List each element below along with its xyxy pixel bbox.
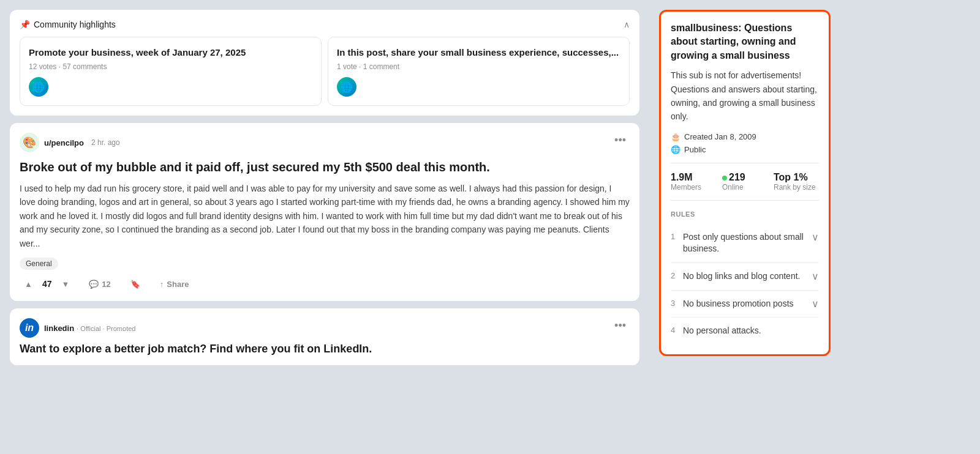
highlight-card-2[interactable]: In this post, share your small business …	[328, 37, 630, 106]
rules-section: RULES 1 Post only questions about small …	[671, 210, 819, 344]
author-name[interactable]: u/pencilpo	[44, 138, 84, 147]
highlight-card-1[interactable]: Promote your business, week of January 2…	[20, 37, 322, 106]
rule-2-chevron-icon: ∨	[812, 270, 819, 282]
share-icon: ↑	[160, 280, 164, 289]
stat-members-label: Members	[671, 183, 716, 192]
stat-members-value: 1.9M	[671, 172, 716, 183]
sidebar-sub-title: smallbusiness: Questions about starting,…	[671, 21, 819, 62]
promoted-post-card: in linkedin · Official · Promoted ••• Wa…	[10, 308, 639, 365]
downvote-icon: ▼	[61, 280, 69, 289]
rule-4-text: No personal attacks.	[683, 325, 819, 337]
rule-1-text: Post only questions about small business…	[683, 231, 807, 255]
sidebar-stats: 1.9M Members 219 Online Top 1% Rank by s…	[671, 163, 819, 201]
comment-button[interactable]: 💬 12	[84, 277, 115, 291]
post-time: 2 hr. ago	[91, 138, 120, 147]
highlights-title: 📌 Community highlights	[20, 20, 116, 29]
rule-1-number: 1	[671, 232, 683, 241]
promoted-title: Want to explore a better job match? Find…	[20, 343, 630, 355]
promoted-author: in linkedin · Official · Promoted	[20, 318, 135, 338]
save-button[interactable]: 🔖	[126, 277, 145, 291]
stat-online-label: Online	[722, 183, 767, 192]
sidebar-meta: 🎂 Created Jan 8, 2009 🌐 Public	[671, 132, 819, 154]
highlight-card-2-title: In this post, share your small business …	[337, 46, 620, 59]
post-author-info: 🎨 u/pencilpo 2 hr. ago	[20, 133, 120, 152]
rule-1-chevron-icon: ∨	[812, 231, 819, 243]
highlight-card-2-avatar: 🌐	[337, 77, 356, 97]
stat-online: 219 Online	[722, 172, 767, 192]
rule-3-number: 3	[671, 299, 683, 308]
stat-rank-value: Top 1%	[774, 172, 819, 183]
save-icon: 🔖	[130, 280, 140, 289]
rule-3-text: No business promotion posts	[683, 298, 807, 310]
post-flair[interactable]: General	[20, 258, 58, 270]
stat-rank: Top 1% Rank by size	[774, 172, 819, 192]
highlight-card-1-avatar: 🌐	[29, 77, 48, 97]
promoted-name: linkedin	[44, 324, 74, 333]
rule-item-3[interactable]: 3 No business promotion posts ∨	[671, 291, 819, 318]
rule-item-2[interactable]: 2 No blog links and blog content. ∨	[671, 263, 819, 291]
highlight-card-1-title: Promote your business, week of January 2…	[29, 46, 312, 59]
online-dot-icon	[722, 176, 727, 180]
vote-count: 47	[42, 279, 52, 289]
linkedin-logo: in	[20, 318, 39, 338]
post-more-button[interactable]: •••	[611, 133, 630, 148]
share-button[interactable]: ↑ Share	[155, 277, 194, 291]
comment-icon: 💬	[89, 280, 99, 289]
promoted-badge-text: Official · Promoted	[80, 325, 135, 332]
upvote-icon: ▲	[24, 280, 32, 289]
sidebar-widget: smallbusiness: Questions about starting,…	[659, 10, 831, 356]
rule-item-1[interactable]: 1 Post only questions about small busine…	[671, 224, 819, 263]
cake-icon: 🎂	[671, 132, 680, 141]
main-post-card: 🎨 u/pencilpo 2 hr. ago ••• Broke out of …	[10, 123, 639, 301]
stat-online-value: 219	[722, 172, 767, 183]
downvote-button[interactable]: ▼	[56, 277, 74, 291]
rule-2-text: No blog links and blog content.	[683, 270, 807, 283]
highlights-grid: Promote your business, week of January 2…	[20, 37, 630, 106]
pin-icon: 📌	[20, 20, 30, 29]
rule-2-number: 2	[671, 271, 683, 280]
collapse-highlights-icon[interactable]: ∧	[624, 20, 630, 29]
stat-rank-label: Rank by size	[774, 183, 819, 192]
avatar: 🎨	[20, 133, 39, 152]
stat-members: 1.9M Members	[671, 172, 716, 192]
highlights-header: 📌 Community highlights ∧	[20, 20, 630, 29]
promoted-header: in linkedin · Official · Promoted •••	[20, 318, 630, 338]
post-body: I used to help my dad run his grocery st…	[20, 182, 630, 250]
rule-3-chevron-icon: ∨	[812, 298, 819, 310]
globe-icon: 🌐	[671, 145, 680, 154]
highlight-card-2-meta: 1 vote · 1 comment	[337, 62, 620, 71]
highlights-title-text: Community highlights	[34, 20, 116, 29]
rule-item-4[interactable]: 4 No personal attacks.	[671, 318, 819, 344]
promoted-more-button[interactable]: •••	[611, 318, 630, 333]
upvote-button[interactable]: ▲	[20, 277, 37, 291]
rules-label: RULES	[671, 210, 819, 218]
sidebar-meta-public: 🌐 Public	[671, 145, 819, 154]
vote-group: ▲ 47 ▼	[20, 277, 74, 291]
post-actions: ▲ 47 ▼ 💬 12 🔖 ↑ Share	[20, 277, 630, 291]
community-highlights-section: 📌 Community highlights ∧ Promote your bu…	[10, 10, 639, 116]
sidebar-meta-created: 🎂 Created Jan 8, 2009	[671, 132, 819, 141]
sidebar: smallbusiness: Questions about starting,…	[649, 0, 840, 454]
rule-4-number: 4	[671, 326, 683, 335]
post-title: Broke out of my bubble and it paid off, …	[20, 158, 630, 176]
sidebar-description: This sub is not for advertisements! Ques…	[671, 69, 819, 124]
post-header: 🎨 u/pencilpo 2 hr. ago •••	[20, 133, 630, 152]
highlight-card-1-meta: 12 votes · 57 comments	[29, 62, 312, 71]
